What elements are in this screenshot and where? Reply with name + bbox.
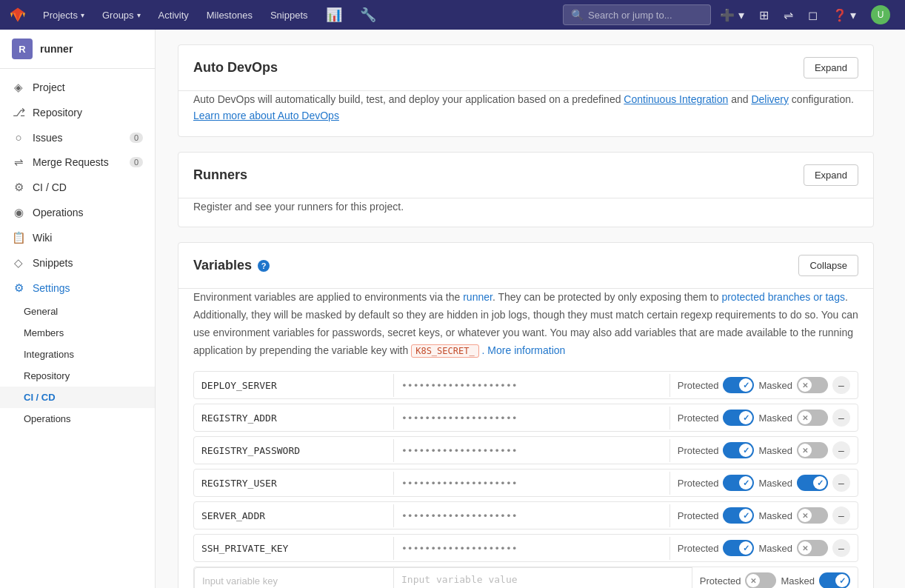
sidebar-item-repository[interactable]: ⎇ Repository xyxy=(0,100,155,125)
variable-row: Protected ✓ Masked ✕ – xyxy=(193,404,858,432)
variables-help-icon[interactable]: ? xyxy=(258,260,270,272)
variable-row: Protected ✓ Masked ✕ – xyxy=(193,371,858,399)
autodevops-expand-button[interactable]: Expand xyxy=(804,57,858,78)
variable-key-input[interactable] xyxy=(194,407,394,430)
wrench-icon-btn[interactable]: 🔧 xyxy=(353,0,384,30)
sidebar-nav: ◈ Project ⎇ Repository ○ Issues 0 ⇌ Merg… xyxy=(0,69,155,435)
gitlab-logo[interactable] xyxy=(9,6,27,24)
more-info-link[interactable]: . More information xyxy=(482,344,566,356)
sub-item-integrations[interactable]: Integrations xyxy=(0,344,155,365)
runners-expand-button[interactable]: Expand xyxy=(804,164,858,186)
variable-key-input[interactable] xyxy=(194,472,394,495)
new-protected-toggle[interactable]: ✕ xyxy=(745,572,776,588)
delete-variable-button[interactable]: – xyxy=(832,409,850,427)
sub-item-repository[interactable]: Repository xyxy=(0,365,155,387)
variable-value-input[interactable] xyxy=(394,504,670,527)
projects-menu[interactable]: Projects ▾ xyxy=(36,0,92,30)
layout-icon-btn[interactable]: ⊞ xyxy=(753,0,775,30)
issues-icon-btn[interactable]: ◻ xyxy=(802,0,824,30)
masked-label: Masked xyxy=(758,412,792,424)
variable-row: Protected ✓ Masked ✓ – xyxy=(193,469,858,497)
sidebar-item-issues[interactable]: ○ Issues 0 xyxy=(0,125,155,150)
masked-toggle[interactable]: ✕ xyxy=(797,442,828,458)
variable-key-input[interactable] xyxy=(194,504,394,527)
variable-value-input[interactable] xyxy=(394,407,670,430)
learn-more-link[interactable]: Learn more about Auto DevOps xyxy=(193,110,339,121)
masked-toggle[interactable]: ✕ xyxy=(797,507,828,524)
activity-link[interactable]: Activity xyxy=(151,0,196,30)
new-masked-toggle[interactable]: ✓ xyxy=(819,572,850,588)
delete-variable-button[interactable]: – xyxy=(832,507,850,524)
masked-toggle[interactable]: ✓ xyxy=(797,475,828,491)
merge-requests-icon: ⇌ xyxy=(12,156,25,169)
variable-row: Protected ✓ Masked ✕ – xyxy=(193,501,858,529)
runners-section: Runners Expand Register and see your run… xyxy=(178,152,874,227)
delete-variable-button[interactable]: – xyxy=(832,441,850,459)
masked-toggle-icon: ✕ xyxy=(802,414,808,422)
user-avatar-btn[interactable]: U xyxy=(865,0,896,30)
protected-toggle[interactable]: ✓ xyxy=(723,377,754,393)
variable-value-input[interactable] xyxy=(394,537,670,560)
variable-value-input[interactable] xyxy=(394,472,670,495)
variable-key-input[interactable] xyxy=(194,537,394,560)
ci-link[interactable]: Continuous Integration xyxy=(624,93,728,105)
search-bar[interactable]: 🔍 xyxy=(563,4,711,25)
new-masked-label: Masked xyxy=(781,575,815,587)
runners-header: Runners Expand xyxy=(178,153,873,198)
variables-description: Environment variables are applied to env… xyxy=(193,289,858,359)
sidebar-item-project[interactable]: ◈ Project xyxy=(0,75,155,100)
sidebar-item-merge-requests[interactable]: ⇌ Merge Requests 0 xyxy=(0,150,155,175)
sidebar-item-wiki[interactable]: 📋 Wiki xyxy=(0,225,155,250)
delivery-link[interactable]: Delivery xyxy=(751,93,789,105)
groups-menu[interactable]: Groups ▾ xyxy=(95,0,148,30)
project-avatar: R xyxy=(12,39,33,59)
variable-value-input[interactable] xyxy=(394,374,670,397)
variable-key-input[interactable] xyxy=(194,439,394,462)
runner-link[interactable]: runner xyxy=(463,291,492,303)
merge-requests-badge: 0 xyxy=(130,157,143,167)
merge-requests-icon-btn[interactable]: ⇌ xyxy=(778,0,799,30)
sidebar-item-settings[interactable]: ⚙ Settings xyxy=(0,275,155,301)
search-input[interactable] xyxy=(588,10,703,21)
sub-item-operations[interactable]: Operations xyxy=(0,408,155,430)
protected-toggle[interactable]: ✓ xyxy=(723,442,754,458)
variable-value-input[interactable] xyxy=(394,439,670,462)
snippets-link[interactable]: Snippets xyxy=(263,0,315,30)
milestones-link[interactable]: Milestones xyxy=(199,0,260,30)
protected-toggle[interactable]: ✓ xyxy=(723,540,754,556)
delete-variable-button[interactable]: – xyxy=(832,539,850,557)
masked-toggle-icon: ✕ xyxy=(802,381,808,390)
variable-row-controls: Protected ✓ Masked ✕ – xyxy=(670,502,858,529)
sub-item-members[interactable]: Members xyxy=(0,322,155,344)
issues-icon: ○ xyxy=(12,131,25,144)
delete-variable-button[interactable]: – xyxy=(832,376,850,394)
variable-key-input[interactable] xyxy=(194,374,394,397)
delete-variable-button[interactable]: – xyxy=(832,474,850,492)
protected-toggle[interactable]: ✓ xyxy=(723,410,754,426)
new-variable-key-input[interactable] xyxy=(194,567,394,588)
masked-toggle[interactable]: ✕ xyxy=(797,410,828,426)
protected-branches-link[interactable]: protected branches or tags xyxy=(721,291,845,303)
masked-label: Masked xyxy=(758,478,792,489)
masked-toggle[interactable]: ✕ xyxy=(797,540,828,556)
sidebar-item-snippets[interactable]: ◇ Snippets xyxy=(0,250,155,275)
masked-label: Masked xyxy=(758,380,792,391)
sub-item-general[interactable]: General xyxy=(0,301,155,322)
variables-collapse-button[interactable]: Collapse xyxy=(798,255,858,276)
variables-content: Environment variables are applied to env… xyxy=(178,289,873,588)
masked-toggle[interactable]: ✕ xyxy=(797,377,828,393)
sidebar-item-operations[interactable]: ◉ Operations xyxy=(0,200,155,225)
chart-icon-btn[interactable]: 📊 xyxy=(318,0,350,30)
projects-caret: ▾ xyxy=(81,11,84,19)
protected-toggle[interactable]: ✓ xyxy=(723,475,754,491)
sidebar-item-cicd[interactable]: ⚙ CI / CD xyxy=(0,175,155,200)
autodevops-title: Auto DevOps xyxy=(193,60,278,76)
masked-toggle-icon: ✕ xyxy=(802,447,808,455)
new-variable-controls: Protected ✕ Masked ✓ xyxy=(692,567,858,588)
new-item-btn[interactable]: ➕ ▾ xyxy=(714,0,749,30)
sub-item-cicd[interactable]: CI / CD xyxy=(0,387,155,408)
help-btn[interactable]: ❓ ▾ xyxy=(826,0,862,30)
protected-toggle[interactable]: ✓ xyxy=(723,507,754,524)
top-navigation: Projects ▾ Groups ▾ Activity Milestones … xyxy=(0,0,905,30)
new-variable-value-input[interactable] xyxy=(394,567,692,588)
